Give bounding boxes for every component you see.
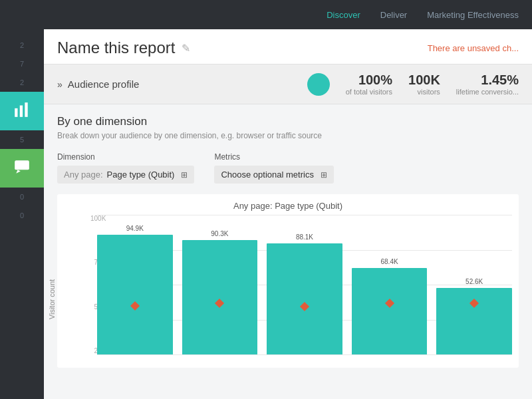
content-area: By one dimension Break down your audienc… xyxy=(44,104,532,378)
bar-label: 52.6K xyxy=(436,278,512,285)
bar-diamond-marker xyxy=(469,299,479,308)
nav-deliver[interactable]: Deliver xyxy=(380,10,407,20)
bar-label: 90.3K xyxy=(182,230,258,237)
svg-rect-2 xyxy=(25,102,27,117)
metric-label-2: visitors xyxy=(408,88,440,96)
metric-conversion: 1.45% lifetime conversio... xyxy=(456,72,519,96)
sidebar-num-1: 2 xyxy=(0,36,44,55)
metric-total-visitors: 100% of total visitors xyxy=(346,72,392,96)
bar xyxy=(352,268,428,354)
controls-row: Dimension Any page: Page type (Qubit) ⊞ … xyxy=(57,152,519,184)
header-bar: Name this report ✎ There are unsaved ch.… xyxy=(44,29,532,65)
metric-value-3: 1.45% xyxy=(456,72,519,88)
svg-rect-3 xyxy=(15,160,29,170)
bar-diamond-marker xyxy=(215,299,224,308)
edit-title-icon[interactable]: ✎ xyxy=(182,42,190,55)
bar-col: 68.4K xyxy=(352,228,428,354)
metric-value-1: 100% xyxy=(346,72,392,88)
chart-bars: 94.9K90.3K88.1K68.4K52.6K xyxy=(97,215,512,354)
dimension-dropdown[interactable]: Any page: Page type (Qubit) ⊞ xyxy=(57,166,194,184)
sidebar-chat-btn[interactable] xyxy=(0,149,44,188)
chart-title: Any page: Page type (Qubit) xyxy=(64,201,512,211)
nav-marketing-effectiveness[interactable]: Marketing Effectiveness xyxy=(427,10,519,20)
section-title: By one dimension xyxy=(57,115,519,128)
audience-expand-icon[interactable]: » xyxy=(57,79,63,90)
dimension-label: Dimension xyxy=(57,152,194,162)
grid-line xyxy=(97,215,512,215)
bar-label: 68.4K xyxy=(352,258,428,265)
bar-diamond-marker xyxy=(130,301,140,311)
bar-col: 90.3K xyxy=(182,228,258,354)
chart-wrap: Visitor count 100K 75K 50K 25K 94.9K90.3… xyxy=(64,215,512,368)
report-title-text: Name this report xyxy=(57,39,175,57)
sidebar-num-6: 0 xyxy=(0,206,44,225)
dimension-control: Dimension Any page: Page type (Qubit) ⊞ xyxy=(57,152,194,184)
dimension-prefix: Any page: xyxy=(64,170,103,180)
sidebar-bar-chart-btn[interactable] xyxy=(0,92,44,130)
metrics-dropdown[interactable]: Choose optional metrics ⊞ xyxy=(214,166,333,184)
svg-rect-0 xyxy=(15,108,17,117)
metric-label-3: lifetime conversio... xyxy=(456,88,519,96)
metrics-label: Metrics xyxy=(214,152,333,162)
audience-row: » Audience profile 100% of total visitor… xyxy=(44,65,532,104)
dimension-value: Page type (Qubit) xyxy=(107,170,175,180)
grid-line xyxy=(97,354,512,355)
bar-col: 88.1K xyxy=(267,228,342,354)
y-axis-label: Visitor count xyxy=(48,279,56,319)
svg-rect-1 xyxy=(20,106,23,117)
bar xyxy=(436,288,512,354)
bar xyxy=(267,243,342,354)
bar-col: 94.9K xyxy=(97,228,173,354)
chat-icon xyxy=(13,158,31,178)
bar-diamond-marker xyxy=(300,302,309,311)
sidebar-num-2: 7 xyxy=(0,55,44,73)
audience-label: Audience profile xyxy=(68,78,140,90)
metric-value-2: 100K xyxy=(408,72,440,88)
audience-right: 100% of total visitors 100K visitors 1.4… xyxy=(307,72,519,96)
report-title-area: Name this report ✎ xyxy=(57,39,190,57)
top-nav: Discover Deliver Marketing Effectiveness xyxy=(0,0,532,29)
chart-container: Any page: Page type (Qubit) Visitor coun… xyxy=(57,194,519,368)
main-content: Name this report ✎ There are unsaved ch.… xyxy=(44,29,532,399)
dimension-grid-icon: ⊞ xyxy=(181,170,188,180)
metrics-grid-icon: ⊞ xyxy=(321,170,327,180)
sidebar-num-5: 0 xyxy=(0,188,44,206)
metric-label-1: of total visitors xyxy=(346,88,392,96)
bar-chart-icon xyxy=(13,101,31,121)
bar-label: 88.1K xyxy=(267,233,342,241)
unsaved-warning: There are unsaved ch... xyxy=(428,43,519,53)
sidebar-num-4: 5 xyxy=(0,130,44,149)
audience-left: » Audience profile xyxy=(57,78,139,90)
bar-diamond-marker xyxy=(385,299,394,308)
metrics-control: Metrics Choose optional metrics ⊞ xyxy=(214,152,333,184)
section-desc: Break down your audience by one dimensio… xyxy=(57,131,519,140)
bar-col: 52.6K xyxy=(436,228,512,354)
svg-marker-6 xyxy=(16,170,20,173)
bar xyxy=(97,235,173,354)
audience-circle-indicator xyxy=(307,73,330,96)
sidebar: 2 7 2 5 0 0 xyxy=(0,29,44,399)
nav-discover[interactable]: Discover xyxy=(327,10,360,20)
sidebar-num-3: 2 xyxy=(0,73,44,92)
bar xyxy=(182,240,258,354)
metric-visitors: 100K visitors xyxy=(408,72,440,96)
metrics-value: Choose optional metrics xyxy=(221,170,313,180)
bar-label: 94.9K xyxy=(97,225,173,232)
